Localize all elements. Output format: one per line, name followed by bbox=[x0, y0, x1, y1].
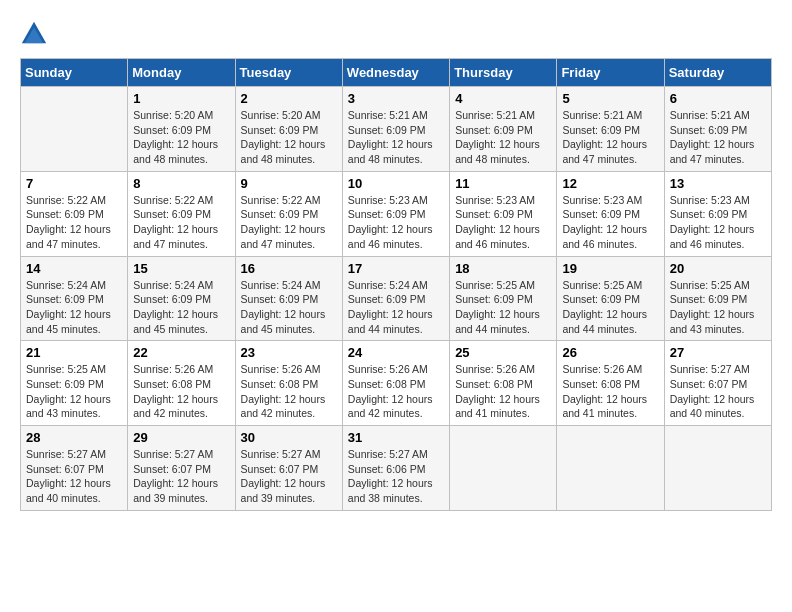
day-cell bbox=[557, 426, 664, 511]
day-info: Sunrise: 5:26 AM Sunset: 6:08 PM Dayligh… bbox=[133, 363, 218, 419]
day-number: 7 bbox=[26, 176, 122, 191]
day-cell: 12Sunrise: 5:23 AM Sunset: 6:09 PM Dayli… bbox=[557, 171, 664, 256]
day-cell: 20Sunrise: 5:25 AM Sunset: 6:09 PM Dayli… bbox=[664, 256, 771, 341]
day-number: 13 bbox=[670, 176, 766, 191]
day-number: 21 bbox=[26, 345, 122, 360]
day-cell: 17Sunrise: 5:24 AM Sunset: 6:09 PM Dayli… bbox=[342, 256, 449, 341]
day-info: Sunrise: 5:26 AM Sunset: 6:08 PM Dayligh… bbox=[562, 363, 647, 419]
day-info: Sunrise: 5:21 AM Sunset: 6:09 PM Dayligh… bbox=[455, 109, 540, 165]
header-cell-saturday: Saturday bbox=[664, 59, 771, 87]
logo bbox=[20, 20, 52, 48]
day-cell bbox=[664, 426, 771, 511]
day-info: Sunrise: 5:27 AM Sunset: 6:07 PM Dayligh… bbox=[26, 448, 111, 504]
day-cell: 15Sunrise: 5:24 AM Sunset: 6:09 PM Dayli… bbox=[128, 256, 235, 341]
day-info: Sunrise: 5:24 AM Sunset: 6:09 PM Dayligh… bbox=[241, 279, 326, 335]
day-info: Sunrise: 5:26 AM Sunset: 6:08 PM Dayligh… bbox=[455, 363, 540, 419]
day-info: Sunrise: 5:22 AM Sunset: 6:09 PM Dayligh… bbox=[133, 194, 218, 250]
day-number: 23 bbox=[241, 345, 337, 360]
header-cell-wednesday: Wednesday bbox=[342, 59, 449, 87]
day-info: Sunrise: 5:24 AM Sunset: 6:09 PM Dayligh… bbox=[348, 279, 433, 335]
header-cell-monday: Monday bbox=[128, 59, 235, 87]
day-cell: 10Sunrise: 5:23 AM Sunset: 6:09 PM Dayli… bbox=[342, 171, 449, 256]
header-cell-sunday: Sunday bbox=[21, 59, 128, 87]
day-cell: 30Sunrise: 5:27 AM Sunset: 6:07 PM Dayli… bbox=[235, 426, 342, 511]
day-info: Sunrise: 5:22 AM Sunset: 6:09 PM Dayligh… bbox=[241, 194, 326, 250]
week-row-3: 14Sunrise: 5:24 AM Sunset: 6:09 PM Dayli… bbox=[21, 256, 772, 341]
day-info: Sunrise: 5:27 AM Sunset: 6:06 PM Dayligh… bbox=[348, 448, 433, 504]
day-number: 18 bbox=[455, 261, 551, 276]
day-number: 31 bbox=[348, 430, 444, 445]
day-cell: 24Sunrise: 5:26 AM Sunset: 6:08 PM Dayli… bbox=[342, 341, 449, 426]
day-cell: 16Sunrise: 5:24 AM Sunset: 6:09 PM Dayli… bbox=[235, 256, 342, 341]
day-cell: 2Sunrise: 5:20 AM Sunset: 6:09 PM Daylig… bbox=[235, 87, 342, 172]
day-info: Sunrise: 5:21 AM Sunset: 6:09 PM Dayligh… bbox=[348, 109, 433, 165]
day-info: Sunrise: 5:25 AM Sunset: 6:09 PM Dayligh… bbox=[670, 279, 755, 335]
header-cell-friday: Friday bbox=[557, 59, 664, 87]
day-info: Sunrise: 5:25 AM Sunset: 6:09 PM Dayligh… bbox=[26, 363, 111, 419]
day-number: 1 bbox=[133, 91, 229, 106]
day-info: Sunrise: 5:27 AM Sunset: 6:07 PM Dayligh… bbox=[133, 448, 218, 504]
day-cell: 13Sunrise: 5:23 AM Sunset: 6:09 PM Dayli… bbox=[664, 171, 771, 256]
day-cell: 26Sunrise: 5:26 AM Sunset: 6:08 PM Dayli… bbox=[557, 341, 664, 426]
day-cell: 21Sunrise: 5:25 AM Sunset: 6:09 PM Dayli… bbox=[21, 341, 128, 426]
day-info: Sunrise: 5:23 AM Sunset: 6:09 PM Dayligh… bbox=[562, 194, 647, 250]
day-info: Sunrise: 5:22 AM Sunset: 6:09 PM Dayligh… bbox=[26, 194, 111, 250]
day-cell: 31Sunrise: 5:27 AM Sunset: 6:06 PM Dayli… bbox=[342, 426, 449, 511]
day-info: Sunrise: 5:26 AM Sunset: 6:08 PM Dayligh… bbox=[348, 363, 433, 419]
day-info: Sunrise: 5:20 AM Sunset: 6:09 PM Dayligh… bbox=[133, 109, 218, 165]
day-number: 6 bbox=[670, 91, 766, 106]
logo-icon bbox=[20, 20, 48, 48]
day-number: 22 bbox=[133, 345, 229, 360]
day-cell: 5Sunrise: 5:21 AM Sunset: 6:09 PM Daylig… bbox=[557, 87, 664, 172]
day-number: 5 bbox=[562, 91, 658, 106]
day-cell: 11Sunrise: 5:23 AM Sunset: 6:09 PM Dayli… bbox=[450, 171, 557, 256]
day-cell: 28Sunrise: 5:27 AM Sunset: 6:07 PM Dayli… bbox=[21, 426, 128, 511]
day-cell: 6Sunrise: 5:21 AM Sunset: 6:09 PM Daylig… bbox=[664, 87, 771, 172]
day-number: 28 bbox=[26, 430, 122, 445]
header-cell-tuesday: Tuesday bbox=[235, 59, 342, 87]
day-cell: 25Sunrise: 5:26 AM Sunset: 6:08 PM Dayli… bbox=[450, 341, 557, 426]
day-number: 14 bbox=[26, 261, 122, 276]
day-cell: 4Sunrise: 5:21 AM Sunset: 6:09 PM Daylig… bbox=[450, 87, 557, 172]
day-cell: 1Sunrise: 5:20 AM Sunset: 6:09 PM Daylig… bbox=[128, 87, 235, 172]
day-cell: 14Sunrise: 5:24 AM Sunset: 6:09 PM Dayli… bbox=[21, 256, 128, 341]
day-info: Sunrise: 5:26 AM Sunset: 6:08 PM Dayligh… bbox=[241, 363, 326, 419]
day-number: 10 bbox=[348, 176, 444, 191]
day-cell: 27Sunrise: 5:27 AM Sunset: 6:07 PM Dayli… bbox=[664, 341, 771, 426]
day-cell: 23Sunrise: 5:26 AM Sunset: 6:08 PM Dayli… bbox=[235, 341, 342, 426]
day-info: Sunrise: 5:25 AM Sunset: 6:09 PM Dayligh… bbox=[562, 279, 647, 335]
day-info: Sunrise: 5:23 AM Sunset: 6:09 PM Dayligh… bbox=[455, 194, 540, 250]
day-info: Sunrise: 5:24 AM Sunset: 6:09 PM Dayligh… bbox=[133, 279, 218, 335]
day-cell bbox=[450, 426, 557, 511]
day-number: 9 bbox=[241, 176, 337, 191]
day-info: Sunrise: 5:27 AM Sunset: 6:07 PM Dayligh… bbox=[241, 448, 326, 504]
day-number: 8 bbox=[133, 176, 229, 191]
day-number: 2 bbox=[241, 91, 337, 106]
day-info: Sunrise: 5:20 AM Sunset: 6:09 PM Dayligh… bbox=[241, 109, 326, 165]
day-number: 29 bbox=[133, 430, 229, 445]
week-row-2: 7Sunrise: 5:22 AM Sunset: 6:09 PM Daylig… bbox=[21, 171, 772, 256]
week-row-5: 28Sunrise: 5:27 AM Sunset: 6:07 PM Dayli… bbox=[21, 426, 772, 511]
day-cell bbox=[21, 87, 128, 172]
day-number: 12 bbox=[562, 176, 658, 191]
day-cell: 3Sunrise: 5:21 AM Sunset: 6:09 PM Daylig… bbox=[342, 87, 449, 172]
header-cell-thursday: Thursday bbox=[450, 59, 557, 87]
day-info: Sunrise: 5:21 AM Sunset: 6:09 PM Dayligh… bbox=[562, 109, 647, 165]
day-number: 30 bbox=[241, 430, 337, 445]
day-info: Sunrise: 5:25 AM Sunset: 6:09 PM Dayligh… bbox=[455, 279, 540, 335]
day-number: 3 bbox=[348, 91, 444, 106]
day-cell: 19Sunrise: 5:25 AM Sunset: 6:09 PM Dayli… bbox=[557, 256, 664, 341]
day-number: 4 bbox=[455, 91, 551, 106]
day-number: 17 bbox=[348, 261, 444, 276]
day-number: 26 bbox=[562, 345, 658, 360]
day-number: 19 bbox=[562, 261, 658, 276]
day-number: 27 bbox=[670, 345, 766, 360]
day-cell: 7Sunrise: 5:22 AM Sunset: 6:09 PM Daylig… bbox=[21, 171, 128, 256]
day-number: 15 bbox=[133, 261, 229, 276]
day-cell: 8Sunrise: 5:22 AM Sunset: 6:09 PM Daylig… bbox=[128, 171, 235, 256]
week-row-1: 1Sunrise: 5:20 AM Sunset: 6:09 PM Daylig… bbox=[21, 87, 772, 172]
day-info: Sunrise: 5:24 AM Sunset: 6:09 PM Dayligh… bbox=[26, 279, 111, 335]
day-number: 16 bbox=[241, 261, 337, 276]
day-info: Sunrise: 5:23 AM Sunset: 6:09 PM Dayligh… bbox=[670, 194, 755, 250]
calendar-table: SundayMondayTuesdayWednesdayThursdayFrid… bbox=[20, 58, 772, 511]
